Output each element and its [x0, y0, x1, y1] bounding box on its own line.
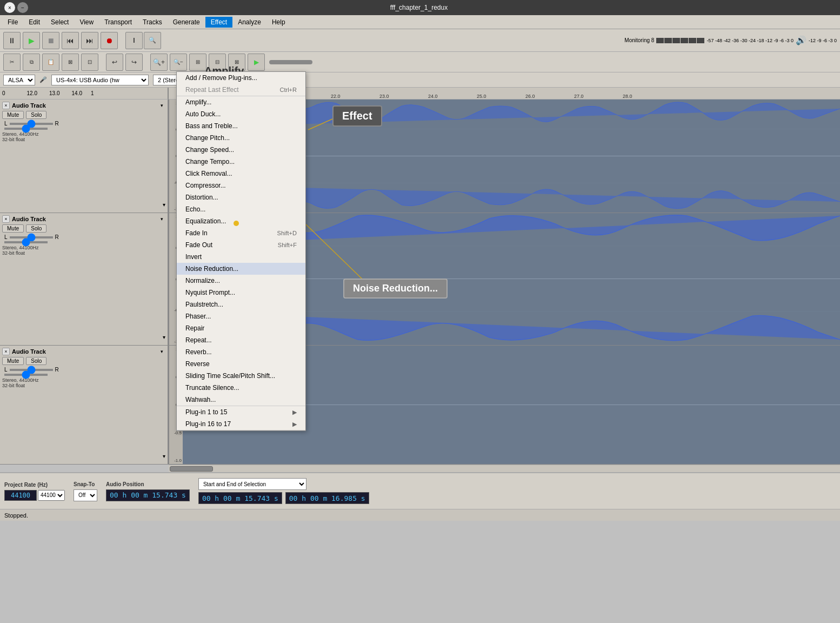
- audio-position-display[interactable]: 00 h 00 m 15.743 s: [106, 489, 190, 501]
- meter-seg-1: [656, 38, 664, 43]
- zoom-tool-button[interactable]: 🔍: [144, 32, 161, 49]
- zoom-sel-button[interactable]: ⊟: [209, 54, 226, 71]
- track-3-solo[interactable]: Solo: [26, 357, 46, 365]
- plugin-1-15-item[interactable]: Plug-in 1 to 15 ▶: [177, 406, 305, 418]
- noise-reduction-item[interactable]: Noise Reduction...: [177, 263, 305, 275]
- track-3-pan-slider[interactable]: [4, 374, 48, 376]
- paulstretch-item[interactable]: Paulstretch...: [177, 299, 305, 310]
- speed-slider[interactable]: [269, 60, 312, 64]
- repeat-item[interactable]: Repeat...: [177, 334, 305, 346]
- menu-edit[interactable]: Edit: [23, 17, 45, 28]
- project-rate-input[interactable]: 44100: [4, 490, 37, 501]
- distortion-item[interactable]: Distortion...: [177, 191, 305, 203]
- zoom-proj-button[interactable]: ⊠: [228, 54, 245, 71]
- menu-analyze[interactable]: Analyze: [232, 17, 266, 28]
- invert-item[interactable]: Invert: [177, 251, 305, 263]
- fade-out-item[interactable]: Fade Out Shift+F: [177, 239, 305, 251]
- track-1-collapse[interactable]: ▾: [158, 102, 165, 109]
- selection-mode-select[interactable]: Start and End of Selection: [198, 478, 306, 490]
- meter-seg-2: [664, 38, 672, 43]
- h-scrollbar[interactable]: [169, 465, 840, 472]
- selection-end-display[interactable]: 00 h 00 m 16.985 s: [285, 492, 369, 504]
- select-tool-button[interactable]: I: [125, 32, 143, 49]
- snap-to-select[interactable]: Off: [74, 489, 97, 501]
- echo-item[interactable]: Echo...: [177, 203, 305, 215]
- track-1-close[interactable]: ×: [2, 102, 10, 109]
- next-button[interactable]: ⏭: [81, 32, 98, 49]
- nyquist-prompt-item[interactable]: Nyquist Prompt...: [177, 287, 305, 299]
- mic-icon: 🎤: [39, 76, 47, 83]
- fade-in-item[interactable]: Fade In Shift+D: [177, 227, 305, 239]
- sliding-time-item[interactable]: Sliding Time Scale/Pitch Shift...: [177, 370, 305, 382]
- menu-select[interactable]: Select: [45, 17, 74, 28]
- track-1-mute[interactable]: Mute: [2, 111, 24, 119]
- wahwah-item[interactable]: Wahwah...: [177, 394, 305, 406]
- reverb-item[interactable]: Reverb...: [177, 346, 305, 358]
- stop-button[interactable]: ⏹: [42, 32, 59, 49]
- menu-effect[interactable]: Effect: [205, 17, 232, 28]
- track-2-close[interactable]: ×: [2, 215, 10, 223]
- auto-duck-item[interactable]: Auto Duck...: [177, 108, 305, 120]
- menu-view[interactable]: View: [74, 17, 99, 28]
- change-tempo-item[interactable]: Change Tempo...: [177, 156, 305, 168]
- normalize-item[interactable]: Normalize...: [177, 275, 305, 287]
- plugin-16-17-item[interactable]: Plug-in 16 to 17 ▶: [177, 418, 305, 430]
- track-3-collapse[interactable]: ▾: [158, 348, 165, 355]
- record-button[interactable]: ⏺: [101, 32, 118, 49]
- pause-button[interactable]: ⏸: [3, 32, 21, 49]
- change-pitch-item[interactable]: Change Pitch...: [177, 132, 305, 144]
- track-2-solo[interactable]: Solo: [26, 224, 46, 233]
- speaker-icon[interactable]: 🔊: [796, 35, 806, 45]
- undo-button[interactable]: ↩: [106, 54, 123, 71]
- track-2-collapse[interactable]: ▾: [158, 215, 165, 223]
- menu-generate[interactable]: Generate: [168, 17, 205, 28]
- track-1-solo[interactable]: Solo: [26, 111, 46, 119]
- repeat-last-effect-item[interactable]: Repeat Last Effect Ctrl+R: [177, 84, 305, 96]
- repair-item[interactable]: Repair: [177, 322, 305, 334]
- silence-button[interactable]: ⊡: [81, 54, 98, 71]
- menu-tracks[interactable]: Tracks: [137, 17, 168, 28]
- cut-button[interactable]: ✂: [3, 54, 21, 71]
- track-3-close[interactable]: ×: [2, 348, 10, 355]
- scroll-thumb[interactable]: [170, 466, 213, 472]
- track-1-menu-btn[interactable]: ▾: [163, 201, 165, 208]
- trim-button[interactable]: ⊠: [62, 54, 79, 71]
- track-2-info: Stereo, 44100Hz32-bit float: [2, 245, 165, 256]
- redo-button[interactable]: ↪: [125, 54, 143, 71]
- prev-button[interactable]: ⏮: [62, 32, 79, 49]
- click-removal-item[interactable]: Click Removal...: [177, 168, 305, 180]
- equalization-item[interactable]: Equalization...: [177, 215, 305, 227]
- truncate-silence-item[interactable]: Truncate Silence...: [177, 382, 305, 394]
- compressor-item[interactable]: Compressor...: [177, 180, 305, 191]
- track-3-menu-btn[interactable]: ▾: [163, 452, 165, 460]
- zoom-out-button[interactable]: 🔍−: [170, 54, 187, 71]
- rate-select[interactable]: 44100: [38, 490, 65, 501]
- bass-treble-item[interactable]: Bass and Treble...: [177, 120, 305, 132]
- paste-button[interactable]: 📋: [42, 54, 59, 71]
- play-button[interactable]: ▶: [23, 32, 40, 49]
- reverse-item[interactable]: Reverse: [177, 358, 305, 370]
- track-2: × Audio Track ▾ Mute Solo L R Stereo, 44…: [0, 213, 840, 346]
- monitoring-section: Monitoring 8 -57 -48 -42 -36 -30 -24 -18…: [624, 35, 837, 45]
- phaser-item[interactable]: Phaser...: [177, 310, 305, 322]
- zoom-fit-button[interactable]: ⊞: [189, 54, 206, 71]
- play-at-speed-button[interactable]: ▶: [248, 54, 265, 71]
- minimize-button[interactable]: −: [17, 2, 28, 13]
- menu-help[interactable]: Help: [266, 17, 291, 28]
- track-1-pan-slider[interactable]: [4, 128, 48, 130]
- menu-transport[interactable]: Transport: [99, 17, 137, 28]
- change-speed-item[interactable]: Change Speed...: [177, 144, 305, 156]
- menu-file[interactable]: File: [2, 17, 23, 28]
- input-device-select[interactable]: US-4x4: USB Audio (hw: [51, 75, 149, 85]
- track-2-menu-btn[interactable]: ▾: [163, 333, 165, 341]
- add-remove-plugins-item[interactable]: Add / Remove Plug-ins...: [177, 72, 305, 84]
- api-select[interactable]: ALSA: [3, 75, 35, 85]
- track-2-pan-slider[interactable]: [4, 241, 48, 243]
- zoom-in-button[interactable]: 🔍+: [150, 54, 168, 71]
- amplify-item[interactable]: Amplify...: [177, 96, 305, 108]
- track-3-mute[interactable]: Mute: [2, 357, 24, 365]
- track-2-mute[interactable]: Mute: [2, 224, 24, 233]
- copy-button[interactable]: ⧉: [23, 54, 40, 71]
- selection-start-display[interactable]: 00 h 00 m 15.743 s: [198, 492, 282, 504]
- close-button[interactable]: ×: [4, 2, 15, 13]
